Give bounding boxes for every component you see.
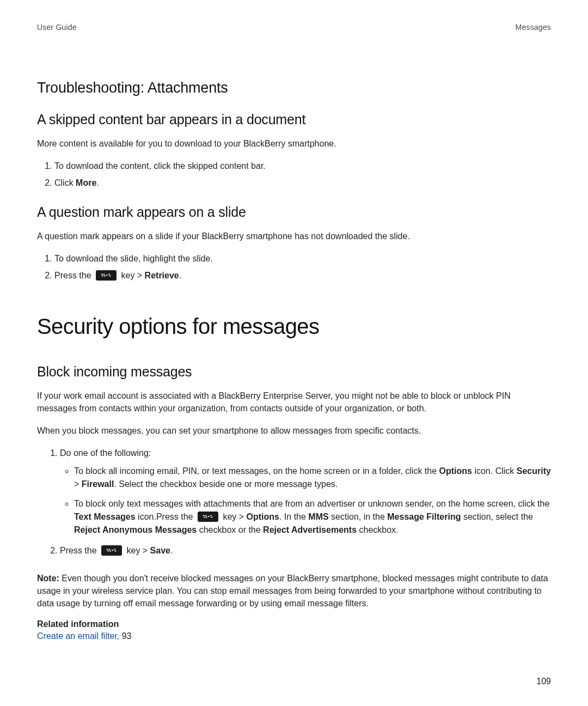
bold-text: Firewall	[82, 479, 114, 489]
svg-point-2	[102, 275, 103, 276]
related-link[interactable]: Create an email filter,	[37, 631, 122, 641]
blackberry-key-icon	[101, 545, 122, 556]
text: key >	[124, 546, 150, 555]
text: Click	[54, 178, 76, 187]
list-item: To block only text messages with attachm…	[74, 497, 551, 537]
bold-text: Reject Advertisements	[263, 525, 357, 534]
text: icon.Press the	[136, 512, 195, 521]
svg-point-13	[211, 517, 212, 518]
text: key >	[220, 512, 247, 521]
bold-text: Options	[247, 512, 279, 521]
list-item: Do one of the following: To block all in…	[60, 447, 551, 537]
svg-point-8	[205, 515, 206, 516]
page-header: User Guide Messages	[37, 23, 551, 32]
bullet-list: To block all incoming email, PIN, or tex…	[60, 465, 551, 537]
heading-troubleshooting: Troubleshooting: Attachments	[37, 80, 551, 96]
note-paragraph: Note: Even though you don't receive bloc…	[37, 572, 551, 610]
svg-point-5	[108, 273, 110, 275]
svg-point-15	[108, 549, 110, 550]
bold-text: Options	[439, 466, 472, 476]
heading-skipped-content: A skipped content bar appears in a docum…	[37, 112, 551, 127]
text: Press the	[54, 271, 94, 280]
heading-block-messages: Block incoming messages	[37, 364, 551, 380]
svg-point-9	[204, 517, 205, 518]
bold-text: Retrieve	[145, 271, 179, 280]
paragraph: More content is available for you to dow…	[37, 137, 551, 150]
text: >	[74, 479, 82, 489]
bold-text: Security	[517, 466, 551, 476]
bold-text: MMS	[308, 512, 328, 521]
text: Press the	[60, 546, 99, 555]
text: To block only text messages with attachm…	[74, 499, 549, 508]
text: .	[179, 271, 181, 280]
bold-text: Save	[150, 546, 170, 555]
svg-point-20	[114, 551, 116, 552]
text: section, select the	[461, 512, 533, 521]
svg-point-16	[107, 551, 109, 552]
paragraph: If your work email account is associated…	[37, 389, 551, 415]
svg-point-1	[103, 273, 105, 275]
svg-point-11	[208, 516, 210, 517]
note-label: Note:	[37, 574, 62, 583]
bold-text: Text Messages	[74, 512, 136, 521]
page-number: 109	[536, 677, 551, 686]
header-left: User Guide	[37, 23, 77, 32]
text: .	[96, 178, 99, 187]
header-right: Messages	[516, 23, 551, 32]
text: key >	[119, 271, 145, 280]
text: . Select the checkbox beside one or more…	[114, 479, 338, 489]
text: . In the	[279, 512, 308, 521]
bold-text: More	[76, 178, 96, 187]
blackberry-key-icon	[96, 270, 117, 281]
svg-point-10	[206, 517, 207, 518]
text: section, in the	[329, 512, 388, 521]
blackberry-key-icon	[198, 512, 218, 522]
svg-point-3	[104, 275, 106, 276]
bold-text: Message Filtering	[387, 512, 461, 521]
text: icon. Click	[472, 466, 517, 476]
text: Do one of the following:	[60, 448, 151, 458]
list-item: Click More.	[54, 176, 551, 190]
svg-point-4	[106, 275, 108, 276]
list-item: Press the key > Retrieve.	[54, 269, 551, 283]
list-item: To download the content, click the skipp…	[54, 160, 551, 173]
bold-text: Reject Anonymous Messages	[74, 525, 197, 534]
paragraph: A question mark appears on a slide if yo…	[37, 230, 551, 242]
step-list: To download the content, click the skipp…	[37, 160, 551, 190]
text: To block all incoming email, PIN, or tex…	[74, 466, 439, 476]
svg-point-0	[101, 273, 102, 275]
list-item: Press the key > Save.	[60, 544, 551, 558]
step-list: To download the slide, highlight the sli…	[37, 252, 551, 283]
svg-point-12	[210, 515, 212, 516]
svg-point-14	[106, 549, 108, 550]
step-list: Do one of the following: To block all in…	[37, 447, 551, 558]
document-page: User Guide Messages Troubleshooting: Att…	[0, 0, 588, 706]
heading-security-options: Security options for messages	[37, 314, 551, 339]
related-link-row: Create an email filter, 93	[37, 631, 551, 641]
list-item: To block all incoming email, PIN, or tex…	[74, 465, 551, 491]
text: checkbox or the	[197, 525, 263, 534]
note-text: Even though you don't receive blocked me…	[37, 574, 548, 608]
svg-point-19	[114, 549, 115, 550]
related-information-heading: Related information	[37, 619, 551, 629]
svg-point-18	[112, 550, 113, 551]
text: checkbox.	[357, 525, 398, 534]
heading-question-mark: A question mark appears on a slide	[37, 204, 551, 220]
related-link-page: 93	[122, 631, 132, 641]
svg-point-17	[109, 551, 111, 552]
text: .	[170, 546, 173, 555]
list-item: To download the slide, highlight the sli…	[54, 252, 551, 266]
svg-point-6	[109, 275, 111, 276]
paragraph: When you block messages, you can set you…	[37, 424, 551, 437]
svg-point-7	[203, 515, 204, 516]
